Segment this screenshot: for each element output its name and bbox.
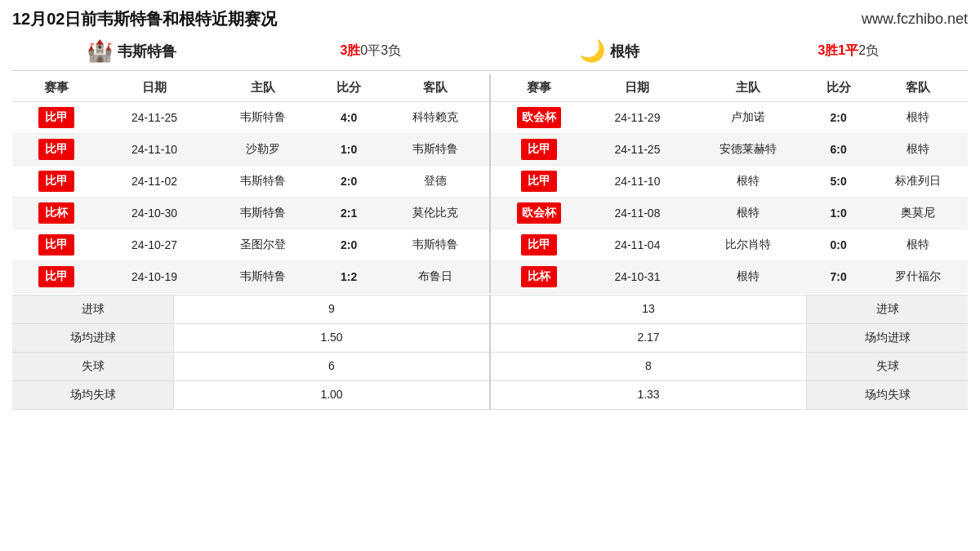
page-title: 12月02日前韦斯特鲁和根特近期赛况	[12, 8, 278, 30]
left-team-icon: 🏰	[87, 38, 113, 64]
goals-label-right: 进球	[806, 295, 968, 323]
left-date-cell: 24-10-30	[100, 198, 209, 229]
top-bar: 12月02日前韦斯特鲁和根特近期赛况 www.fczhibo.net	[12, 8, 968, 30]
avg-conceded-row-right: 1.33 场均失球	[491, 381, 968, 410]
left-table-wrapper: 赛事 日期 主队 比分 客队 比甲24-11-25韦斯特鲁4:0科特赖克比甲24…	[12, 74, 489, 293]
goals-row-left: 进球 9	[12, 295, 489, 324]
left-team-name: 韦斯特鲁	[118, 42, 176, 61]
left-home-cell: 韦斯特鲁	[208, 261, 317, 293]
avg-conceded-value-right: 1.33	[491, 381, 806, 409]
right-col-away: 客队	[868, 74, 968, 102]
right-table-row: 比甲24-11-25安德莱赫特6:0根特	[491, 134, 968, 166]
right-table-wrapper: 赛事 日期 主队 比分 客队 欧会杯24-11-29卢加诺2:0根特比甲24-1…	[491, 74, 968, 293]
right-score-cell: 7:0	[808, 261, 868, 293]
left-away-cell: 布鲁日	[381, 261, 489, 293]
left-away-cell: 科特赖克	[381, 102, 489, 134]
left-col-event: 赛事	[12, 74, 100, 102]
avg-conceded-label-right: 场均失球	[806, 381, 968, 409]
left-date-cell: 24-11-25	[100, 102, 209, 134]
right-table-row: 欧会杯24-11-08根特1:0奥莫尼	[491, 198, 968, 229]
right-stats: 13 进球 2.17 场均进球 8 失球 1.33 场均失球	[491, 295, 968, 410]
left-score-cell: 2:1	[317, 198, 381, 229]
right-home-cell: 安德莱赫特	[688, 134, 809, 166]
right-date-cell: 24-11-29	[587, 102, 687, 134]
right-col-event: 赛事	[491, 74, 587, 102]
avg-goals-value-right: 2.17	[491, 324, 806, 352]
right-home-cell: 根特	[688, 198, 809, 229]
left-away-cell: 韦斯特鲁	[381, 229, 489, 261]
goals-value-right: 13	[491, 295, 806, 323]
right-home-cell: 卢加诺	[688, 102, 809, 134]
avg-conceded-value-left: 1.00	[174, 381, 489, 409]
goals-value-left: 9	[174, 295, 489, 323]
right-away-cell: 根特	[868, 134, 968, 166]
right-away-cell: 奥莫尼	[868, 198, 968, 229]
right-team-name: 根特	[610, 42, 639, 61]
avg-goals-value-left: 1.50	[174, 324, 489, 352]
right-home-cell: 根特	[688, 166, 809, 198]
left-date-cell: 24-10-19	[100, 261, 209, 293]
right-col-score: 比分	[808, 74, 868, 102]
left-table-row: 比甲24-11-02韦斯特鲁2:0登德	[12, 166, 489, 198]
left-event-cell: 比杯	[12, 198, 100, 229]
left-table-row: 比甲24-11-25韦斯特鲁4:0科特赖克	[12, 102, 489, 134]
right-event-cell: 欧会杯	[491, 198, 587, 229]
left-score-cell: 2:0	[317, 229, 381, 261]
avg-goals-row-left: 场均进球 1.50	[12, 324, 489, 353]
left-col-away: 客队	[381, 74, 489, 102]
avg-conceded-label-left: 场均失球	[12, 381, 174, 409]
right-date-cell: 24-11-25	[587, 134, 687, 166]
left-score-cell: 2:0	[317, 166, 381, 198]
left-table-row: 比甲24-10-27圣图尔登2:0韦斯特鲁	[12, 229, 489, 261]
right-event-cell: 比杯	[491, 261, 587, 293]
left-table-row: 比甲24-11-10沙勒罗1:0韦斯特鲁	[12, 134, 489, 166]
right-score-cell: 5:0	[808, 166, 868, 198]
right-team-record: 3胜1平2负	[729, 42, 969, 60]
right-date-cell: 24-11-04	[587, 229, 687, 261]
right-draw: 1平	[838, 43, 858, 57]
left-loss: 3负	[381, 43, 401, 57]
right-table-row: 比杯24-10-31根特7:0罗什福尔	[491, 261, 968, 293]
right-col-home: 主队	[688, 74, 809, 102]
right-score-cell: 0:0	[808, 229, 868, 261]
right-away-cell: 标准列日	[868, 166, 968, 198]
right-table-row: 比甲24-11-10根特5:0标准列日	[491, 166, 968, 198]
stats-section: 进球 9 场均进球 1.50 失球 6 场均失球 1.00 13 进球	[12, 295, 968, 410]
right-date-cell: 24-11-08	[587, 198, 687, 229]
left-event-cell: 比甲	[12, 134, 100, 166]
conceded-row-right: 8 失球	[491, 353, 968, 381]
left-event-cell: 比甲	[12, 229, 100, 261]
right-table-row: 比甲24-11-04比尔肖特0:0根特	[491, 229, 968, 261]
right-score-cell: 6:0	[808, 134, 868, 166]
left-home-cell: 韦斯特鲁	[208, 198, 317, 229]
left-home-cell: 韦斯特鲁	[208, 166, 317, 198]
avg-goals-label-right: 场均进球	[806, 324, 968, 352]
conceded-value-left: 6	[174, 353, 489, 380]
left-score-cell: 1:0	[317, 134, 381, 166]
conceded-label-right: 失球	[806, 353, 968, 380]
right-score-cell: 1:0	[808, 198, 868, 229]
left-team-record: 3胜0平3负	[252, 42, 491, 60]
right-away-cell: 根特	[868, 229, 968, 261]
right-away-cell: 罗什福尔	[868, 261, 968, 293]
left-table: 赛事 日期 主队 比分 客队 比甲24-11-25韦斯特鲁4:0科特赖克比甲24…	[12, 74, 489, 293]
left-event-cell: 比甲	[12, 261, 100, 293]
left-col-score: 比分	[317, 74, 381, 102]
goals-row-right: 13 进球	[491, 295, 968, 324]
conceded-value-right: 8	[491, 353, 806, 380]
left-home-cell: 沙勒罗	[208, 134, 317, 166]
right-away-cell: 根特	[868, 102, 968, 134]
left-home-cell: 韦斯特鲁	[208, 102, 317, 134]
left-home-cell: 圣图尔登	[208, 229, 317, 261]
conceded-label-left: 失球	[12, 353, 174, 380]
right-home-cell: 比尔肖特	[688, 229, 809, 261]
left-away-cell: 莫伦比克	[381, 198, 489, 229]
left-away-cell: 登德	[381, 166, 489, 198]
left-event-cell: 比甲	[12, 166, 100, 198]
right-win: 3胜	[817, 43, 838, 57]
left-draw: 0平	[360, 43, 381, 57]
right-col-date: 日期	[587, 74, 687, 102]
left-event-cell: 比甲	[12, 102, 100, 134]
right-home-cell: 根特	[688, 261, 809, 293]
right-event-cell: 欧会杯	[491, 102, 587, 134]
